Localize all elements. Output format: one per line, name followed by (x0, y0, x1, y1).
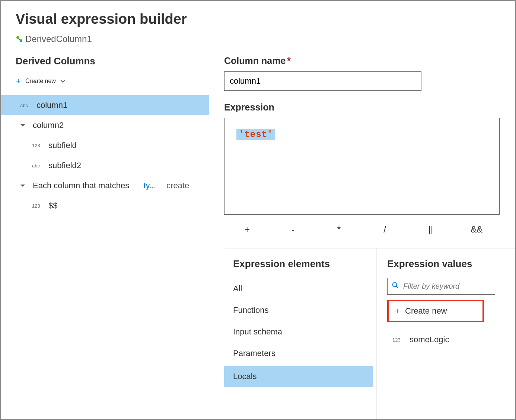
filter-input[interactable] (403, 282, 490, 291)
create-new-column-button[interactable]: + Create new (16, 73, 209, 89)
element-functions[interactable]: Functions (224, 299, 376, 321)
column-item-column2[interactable]: column2 (16, 115, 209, 135)
type-badge-123: 123 (32, 143, 42, 148)
operator-or[interactable]: || (408, 221, 453, 238)
column-label: subfield2 (48, 161, 81, 170)
column-item-subfield[interactable]: 123 subfield (16, 135, 209, 156)
expression-values-panel: Expression values + Create new 123 someL… (377, 249, 515, 419)
expression-values-title: Expression values (387, 258, 515, 270)
svg-point-0 (16, 36, 19, 39)
chevron-down-icon (20, 183, 27, 189)
type-badge-abc: abc (32, 163, 42, 169)
expression-label: Expression (224, 102, 515, 113)
column-label: Each column that matches (33, 181, 129, 190)
chevron-down-icon (20, 122, 27, 128)
operator-divide[interactable]: / (362, 221, 408, 238)
plus-icon: + (16, 76, 21, 86)
operator-and[interactable]: && (454, 221, 500, 238)
derived-columns-title: Derived Columns (16, 55, 209, 67)
operator-toolbar: + - * / || && (224, 215, 500, 245)
type-badge-123: 123 (32, 203, 42, 209)
operator-plus[interactable]: + (224, 221, 270, 238)
type-badge-123: 123 (392, 337, 403, 343)
create-new-local-button[interactable]: + Create new (387, 300, 484, 322)
expression-elements-panel: Expression elements All Functions Input … (224, 249, 377, 419)
column-name-input[interactable] (224, 71, 421, 91)
svg-rect-1 (20, 39, 22, 42)
svg-line-3 (396, 286, 398, 288)
value-item-somelogic[interactable]: 123 someLogic (387, 331, 515, 348)
column-item-dollardollar[interactable]: 123 $$ (16, 196, 209, 216)
expression-token: 'test' (236, 129, 275, 140)
operator-multiply[interactable]: * (316, 221, 362, 238)
element-all[interactable]: All (224, 278, 376, 299)
derived-columns-panel: Derived Columns + Create new abc column1… (1, 49, 209, 419)
filter-container (387, 278, 495, 295)
value-label: someLogic (410, 335, 449, 344)
column-label: column2 (33, 121, 64, 130)
column-item-subfield2[interactable]: abc subfield2 (16, 156, 209, 176)
element-locals[interactable]: Locals (224, 366, 373, 387)
pattern-suffix: create (166, 181, 189, 190)
type-badge-abc: abc (20, 103, 31, 108)
column-label: subfield (48, 141, 77, 150)
search-icon (392, 282, 399, 291)
breadcrumb: DerivedColumn1 (16, 34, 500, 44)
chevron-down-icon (60, 78, 66, 84)
column-item-pattern[interactable]: Each column that matches ty... create (16, 176, 209, 196)
breadcrumb-label: DerivedColumn1 (25, 34, 92, 44)
required-indicator: * (287, 55, 291, 66)
column-item-column1[interactable]: abc column1 (1, 95, 209, 115)
element-parameters[interactable]: Parameters (224, 343, 376, 364)
column-label: column1 (36, 100, 67, 110)
expression-elements-title: Expression elements (224, 258, 376, 270)
column-label: $$ (48, 201, 57, 211)
page-title: Visual expression builder (16, 11, 500, 27)
column-name-label: Column name* (224, 55, 515, 66)
plus-icon: + (395, 306, 400, 316)
svg-point-2 (393, 283, 397, 287)
element-input-schema[interactable]: Input schema (224, 321, 376, 343)
operator-minus[interactable]: - (270, 221, 316, 238)
pattern-link[interactable]: ty... (143, 181, 156, 190)
dataflow-icon (16, 35, 23, 43)
highlight-locals: Locals (224, 366, 347, 387)
expression-input[interactable]: 'test' (224, 118, 500, 215)
create-new-label: Create new (25, 78, 56, 84)
create-new-local-label: Create new (405, 306, 447, 316)
expression-editor-panel: Column name* Expression 'test' + - * / |… (209, 49, 515, 419)
